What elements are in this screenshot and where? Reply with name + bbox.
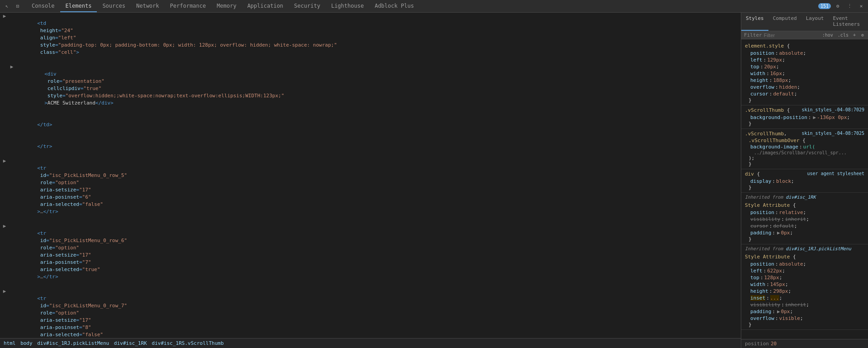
source-line: ▶ <tr id="isc_PickListMenu_0_row_5" role… [0, 157, 741, 223]
filter-label: Filter [744, 32, 762, 38]
style-prop: position [750, 210, 774, 215]
style-value: 622px [767, 268, 782, 274]
close-brace: } [745, 322, 864, 328]
tab-application[interactable]: Application [242, 0, 288, 12]
style-prop: top [750, 64, 759, 70]
selector-text: Style Attribute { [745, 202, 796, 208]
breadcrumb-sep [148, 340, 151, 346]
new-style-button[interactable]: + [852, 32, 857, 38]
styles-filter-bar: Filter :hov .cls + ⊕ [741, 31, 868, 39]
style-rule: top : 20px ; [745, 63, 864, 70]
tab-memory[interactable]: Memory [211, 0, 242, 12]
style-selector: div { user agent stylesheet [745, 171, 864, 177]
main-area: ▶ <td height="24" align="left" style="pa… [0, 13, 868, 348]
line-content: <tr id="isc_PickListMenu_0_row_6" role="… [7, 223, 739, 288]
style-rule: display : block ; [745, 178, 864, 185]
tab-styles[interactable]: Styles [741, 13, 768, 31]
expand-arrow[interactable]: ▶ [2, 157, 7, 165]
style-prop: top [750, 275, 759, 281]
style-rule: height : 298px ; [745, 288, 864, 295]
file-link[interactable]: skin_styles_-04-08:7025 [802, 131, 864, 137]
style-prop: background-position [750, 114, 807, 120]
refresh-button[interactable]: ⊕ [860, 32, 865, 38]
tab-bar: Console Elements Sources Network Perform… [26, 0, 420, 12]
tab-event-listeners[interactable]: Event Listeners [828, 13, 868, 31]
filter-input[interactable] [764, 33, 819, 38]
style-rule: visibility : inherit ; [745, 301, 864, 308]
selector-text: div { [745, 171, 760, 177]
style-rule: overflow : hidden ; [745, 84, 864, 91]
expand-arrow-inline: ▶ [777, 230, 780, 236]
inherited-link-2[interactable]: div#isc_1RJ.pickListMenu [786, 246, 851, 251]
style-value: 16px [770, 71, 782, 76]
inherited-link[interactable]: div#isc_1RK [786, 195, 816, 200]
expand-arrow[interactable]: ▶ [2, 13, 7, 20]
close-brace: } [745, 121, 864, 127]
source-line: </td> [0, 114, 741, 136]
style-value: absolute [779, 261, 803, 267]
source-code-area[interactable]: ▶ <td height="24" align="left" style="pa… [0, 13, 741, 338]
source-line: ▶ <tr id="isc_PickListMenu_0_row_6" role… [0, 223, 741, 288]
style-rule: width : 16px ; [745, 70, 864, 77]
file-link[interactable]: skin_styles_-04-08:7029 [802, 107, 864, 113]
breadcrumb-body[interactable]: body [20, 340, 33, 346]
source-line: ▶ <td height="24" align="left" style="pa… [0, 13, 741, 63]
line-content: <tr id="isc_PickListMenu_0_row_7" role="… [7, 288, 739, 338]
style-prop: position [750, 261, 774, 267]
style-section-inherited-1rj: Style Attribute { position : absolute ; … [741, 252, 868, 330]
close-brace: } [745, 185, 864, 191]
style-prop: inset [750, 295, 765, 301]
expand-arrow[interactable]: ▶ [9, 63, 14, 71]
style-selector: Style Attribute { [745, 202, 864, 208]
hov-button[interactable]: :hov [821, 32, 835, 38]
cls-button[interactable]: .cls [836, 32, 850, 38]
tab-adblock[interactable]: Adblock Plus [369, 0, 420, 12]
breadcrumb-div-1rs[interactable]: div#isc_1RS.vScrollThumb [152, 340, 224, 346]
style-rule: background-image : url( [745, 143, 864, 150]
tab-performance[interactable]: Performance [165, 0, 211, 12]
tab-lighthouse[interactable]: Lighthouse [326, 0, 369, 12]
file-link[interactable]: user agent stylesheet [807, 171, 864, 177]
tab-layout[interactable]: Layout [801, 13, 829, 31]
settings-icon[interactable]: ⚙ [833, 1, 843, 11]
style-prop: background-image [750, 144, 798, 150]
style-rule: cursor : default ; [745, 91, 864, 97]
more-icon[interactable]: ⋮ [844, 1, 854, 11]
line-content: <div role="presentation" cellclipdiv="tr… [14, 63, 739, 114]
tab-computed[interactable]: Computed [768, 13, 801, 31]
line-content: </tr> [7, 136, 739, 157]
sub-selector: .vScrollThumbOver { [745, 138, 864, 143]
tab-sources[interactable]: Sources [97, 0, 131, 12]
breadcrumb-div-1rk[interactable]: div#isc_1RK [114, 340, 147, 346]
inspect-icon[interactable]: ↖ [2, 1, 12, 11]
selector-text: .vScrollThumb, [745, 131, 787, 137]
style-rule: background-position : ▶ -136px 0px ; [745, 114, 864, 121]
style-value: 129px [767, 57, 782, 63]
right-panel: Styles Computed Layout Event Listeners F… [741, 13, 868, 348]
expand-arrow-inline: ▶ [777, 309, 780, 315]
style-selector: .vScrollThumb, skin_styles_-04-08:7025 [745, 131, 864, 137]
tab-network[interactable]: Network [131, 0, 165, 12]
source-line: ▶ <tr id="isc_PickListMenu_0_row_7" role… [0, 288, 741, 338]
style-prop: padding [750, 309, 771, 315]
style-value: relative [779, 210, 803, 215]
device-icon[interactable]: ⊡ [13, 1, 23, 11]
close-icon[interactable]: ✕ [856, 1, 866, 11]
breadcrumb-sep [33, 340, 37, 346]
tab-security[interactable]: Security [289, 0, 326, 12]
expand-arrow[interactable]: ▶ [2, 288, 7, 295]
style-rule: cursor : default ; [745, 223, 864, 229]
toolbar-icons: ↖ ⊡ [2, 1, 23, 11]
style-selector: element.style { [745, 43, 864, 49]
breadcrumb-div-picklist[interactable]: div#isc_1RJ.pickListMenu [37, 340, 109, 346]
style-rule: position : absolute ; [745, 261, 864, 267]
expand-arrow[interactable]: ▶ [2, 223, 7, 230]
style-prop: cursor [750, 223, 768, 229]
style-rule: visibility : inherit ; [745, 216, 864, 223]
tab-console[interactable]: Console [26, 0, 60, 12]
selector-text: .vScrollThumb { [745, 107, 790, 113]
selector-text: element.style { [745, 43, 790, 49]
breadcrumb-html[interactable]: html [4, 340, 16, 346]
style-prop: position [750, 50, 774, 56]
tab-elements[interactable]: Elements [60, 0, 97, 12]
